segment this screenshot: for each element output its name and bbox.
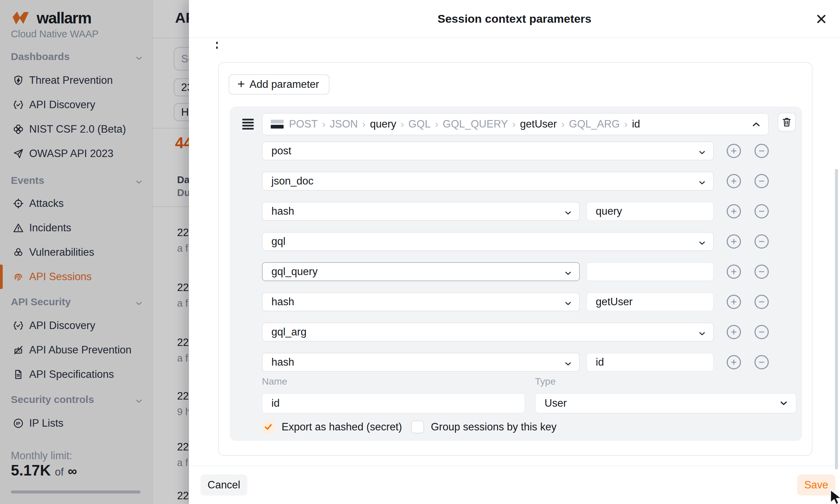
chevron-down-icon: [565, 205, 571, 217]
chevron-down-icon: [699, 326, 705, 338]
modal-footer: Cancel Save: [189, 466, 840, 504]
select-value: gql_query: [271, 266, 565, 278]
modal-title: Session context parameters: [437, 12, 592, 25]
chevron-down-icon: [565, 356, 571, 368]
add-step-button[interactable]: [727, 174, 741, 188]
breadcrumb-separator: ›: [401, 119, 404, 130]
parameter-step-select[interactable]: hash: [262, 292, 580, 311]
close-icon[interactable]: [815, 13, 827, 25]
name-label: Name: [262, 376, 287, 387]
remove-step-button[interactable]: [754, 295, 769, 309]
select-value: gql_arg: [271, 326, 699, 338]
checkbox-row: Export as hashed (secret): [262, 420, 402, 433]
select-value: hash: [271, 296, 565, 308]
breadcrumb-separator: ›: [512, 119, 516, 130]
checkbox-label[interactable]: Export as hashed (secret): [282, 421, 402, 433]
modal-body: + Add parameter POST›JSON›query›GQL›GQL_…: [189, 38, 840, 466]
parameter-step-select[interactable]: hash: [262, 353, 580, 372]
chevron-down-icon: [565, 266, 571, 278]
app-screen: wallarm Cloud Native WAAP DashboardsThre…: [0, 0, 840, 504]
breadcrumb: POST›JSON›query›GQL›GQL_QUERY›getUser›GQ…: [289, 118, 640, 130]
trash-icon: [782, 117, 791, 127]
breadcrumb-segment: GQL_QUERY: [443, 118, 508, 130]
breadcrumb-segment: JSON: [330, 118, 358, 130]
parameter-card: POST›JSON›query›GQL›GQL_QUERY›getUser›GQ…: [230, 107, 802, 441]
remove-step-button[interactable]: [754, 234, 769, 249]
parameter-step-input[interactable]: [586, 262, 714, 281]
breadcrumb-segment: query: [370, 118, 396, 130]
remove-step-button[interactable]: [754, 174, 769, 188]
add-step-button[interactable]: [727, 295, 741, 309]
parameter-path-bar[interactable]: POST›JSON›query›GQL›GQL_QUERY›getUser›GQ…: [262, 113, 769, 135]
name-input[interactable]: [262, 393, 525, 413]
chevron-down-icon: [565, 296, 571, 308]
chevron-up-icon[interactable]: [752, 122, 760, 126]
parameter-step-select[interactable]: hash: [262, 202, 580, 221]
type-label: Type: [535, 376, 556, 387]
checkbox-label[interactable]: Group sessions by this key: [431, 421, 556, 433]
select-value: post: [271, 145, 699, 157]
breadcrumb-segment: getUser: [520, 118, 557, 130]
remove-step-button[interactable]: [754, 325, 769, 339]
cancel-button[interactable]: Cancel: [200, 474, 247, 496]
add-step-button[interactable]: [727, 325, 741, 339]
remove-step-button[interactable]: [754, 265, 769, 279]
chevron-down-icon: [780, 401, 787, 405]
add-step-button[interactable]: [727, 144, 741, 158]
breadcrumb-segment: GQL_ARG: [569, 118, 620, 130]
checkbox-checked[interactable]: [262, 420, 275, 433]
remove-step-button[interactable]: [754, 204, 769, 218]
parameter-step-input[interactable]: [586, 353, 714, 372]
breadcrumb-separator: ›: [624, 119, 628, 130]
select-value: hash: [271, 205, 565, 217]
checkbox-unchecked[interactable]: [411, 420, 424, 433]
scrolled-text-fragment: [216, 42, 218, 51]
chevron-down-icon: [699, 145, 705, 157]
modal-scrollbar-thumb[interactable]: [835, 169, 838, 469]
add-parameter-button[interactable]: + Add parameter: [229, 74, 329, 95]
breadcrumb-segment: id: [632, 118, 640, 130]
delete-parameter-button[interactable]: [778, 113, 796, 131]
breadcrumb-separator: ›: [322, 119, 325, 130]
add-step-button[interactable]: [727, 204, 741, 218]
parameter-step-select[interactable]: gql_query: [262, 262, 580, 281]
checkbox-row: Group sessions by this key: [411, 420, 556, 433]
add-step-button[interactable]: [727, 234, 741, 249]
add-step-button[interactable]: [727, 265, 741, 279]
modal-header: Session context parameters: [189, 0, 840, 38]
parameter-step-select[interactable]: post: [262, 141, 714, 160]
breadcrumb-separator: ›: [362, 119, 366, 130]
parameters-panel: + Add parameter POST›JSON›query›GQL›GQL_…: [218, 62, 812, 456]
parameter-strip-icon: [271, 120, 284, 129]
check-icon: [264, 424, 272, 430]
plus-icon: +: [237, 78, 245, 90]
parameter-step-select[interactable]: json_doc: [262, 172, 714, 191]
breadcrumb-segment: GQL: [409, 118, 430, 130]
session-context-parameters-modal: Session context parameters + Add paramet…: [189, 0, 840, 504]
remove-step-button[interactable]: [754, 355, 769, 370]
mouse-cursor: [830, 489, 840, 504]
chevron-down-icon: [699, 235, 705, 248]
chevron-down-icon: [699, 175, 705, 187]
select-value: hash: [271, 356, 565, 368]
add-step-button[interactable]: [727, 355, 741, 370]
type-select[interactable]: User: [535, 393, 797, 413]
breadcrumb-separator: ›: [561, 119, 565, 130]
drag-handle-icon[interactable]: [242, 119, 254, 129]
parameter-step-input[interactable]: [586, 202, 714, 221]
parameter-step-input[interactable]: [586, 292, 714, 311]
select-value: gql: [271, 235, 699, 248]
remove-step-button[interactable]: [754, 144, 769, 158]
select-value: json_doc: [271, 175, 699, 187]
parameter-step-select[interactable]: gql: [262, 232, 714, 251]
breadcrumb-segment: POST: [289, 118, 318, 130]
breadcrumb-separator: ›: [435, 119, 438, 130]
parameter-step-select[interactable]: gql_arg: [262, 323, 714, 342]
